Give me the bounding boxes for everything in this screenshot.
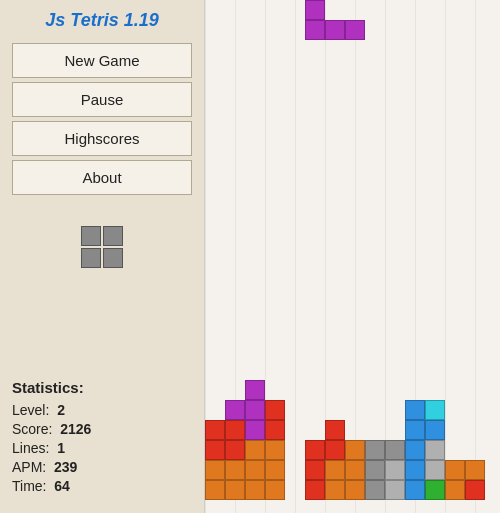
tetris-block xyxy=(445,480,465,500)
tetris-block xyxy=(225,420,245,440)
tetris-block xyxy=(305,460,325,480)
tetris-block xyxy=(425,480,445,500)
tetris-block xyxy=(405,420,425,440)
tetris-block xyxy=(225,480,245,500)
tetris-block xyxy=(425,420,445,440)
apm-value: 239 xyxy=(54,459,77,475)
next-piece-preview xyxy=(72,217,132,277)
tetris-block xyxy=(245,460,265,480)
tetris-block xyxy=(205,460,225,480)
time-row: Time: 64 xyxy=(12,478,192,494)
highscores-button[interactable]: Highscores xyxy=(12,121,192,156)
np-cell-3 xyxy=(81,248,101,268)
lines-label: Lines: xyxy=(12,440,49,456)
tetris-block xyxy=(465,460,485,480)
next-piece-grid xyxy=(81,226,123,268)
level-row: Level: 2 xyxy=(12,402,192,418)
tetris-block xyxy=(225,440,245,460)
score-value: 2126 xyxy=(60,421,91,437)
tetris-block xyxy=(265,440,285,460)
tetris-block xyxy=(365,480,385,500)
tetris-block xyxy=(245,440,265,460)
tetris-block xyxy=(245,480,265,500)
tetris-block xyxy=(205,420,225,440)
tetris-block xyxy=(325,460,345,480)
tetris-block xyxy=(245,400,265,420)
board-canvas xyxy=(205,0,500,513)
tetris-block xyxy=(325,440,345,460)
tetris-block xyxy=(325,20,345,40)
tetris-block xyxy=(305,440,325,460)
tetris-block xyxy=(265,460,285,480)
tetris-block xyxy=(325,420,345,440)
tetris-block xyxy=(385,440,405,460)
stats-title: Statistics: xyxy=(12,379,192,396)
tetris-block xyxy=(465,480,485,500)
np-cell-4 xyxy=(103,248,123,268)
app-title: Js Tetris 1.19 xyxy=(12,10,192,31)
score-label: Score: xyxy=(12,421,52,437)
tetris-block xyxy=(345,20,365,40)
tetris-block xyxy=(425,400,445,420)
stats-section: Statistics: Level: 2 Score: 2126 Lines: … xyxy=(12,379,192,503)
level-label: Level: xyxy=(12,402,49,418)
pause-button[interactable]: Pause xyxy=(12,82,192,117)
tetris-block xyxy=(405,460,425,480)
tetris-block xyxy=(305,20,325,40)
tetris-block xyxy=(365,440,385,460)
tetris-block xyxy=(265,400,285,420)
tetris-block xyxy=(365,460,385,480)
tetris-block xyxy=(385,460,405,480)
tetris-block xyxy=(345,480,365,500)
tetris-block xyxy=(225,460,245,480)
tetris-block xyxy=(345,440,365,460)
tetris-block xyxy=(225,400,245,420)
tetris-block xyxy=(265,480,285,500)
score-row: Score: 2126 xyxy=(12,421,192,437)
tetris-block xyxy=(265,420,285,440)
tetris-block xyxy=(445,460,465,480)
tetris-block xyxy=(385,480,405,500)
sidebar: Js Tetris 1.19 New Game Pause Highscores… xyxy=(0,0,205,513)
tetris-block xyxy=(405,400,425,420)
lines-value: 1 xyxy=(57,440,65,456)
tetris-block xyxy=(405,440,425,460)
time-value: 64 xyxy=(54,478,70,494)
tetris-block xyxy=(205,480,225,500)
tetris-block xyxy=(325,480,345,500)
tetris-block xyxy=(305,0,325,20)
about-button[interactable]: About xyxy=(12,160,192,195)
tetris-block xyxy=(425,440,445,460)
time-label: Time: xyxy=(12,478,46,494)
tetris-block xyxy=(345,460,365,480)
tetris-block xyxy=(245,420,265,440)
level-value: 2 xyxy=(57,402,65,418)
tetris-block xyxy=(245,380,265,400)
lines-row: Lines: 1 xyxy=(12,440,192,456)
tetris-block xyxy=(425,460,445,480)
game-board xyxy=(205,0,500,513)
apm-label: APM: xyxy=(12,459,46,475)
np-cell-2 xyxy=(103,226,123,246)
tetris-block xyxy=(205,440,225,460)
apm-row: APM: 239 xyxy=(12,459,192,475)
np-cell-1 xyxy=(81,226,101,246)
tetris-block xyxy=(305,480,325,500)
new-game-button[interactable]: New Game xyxy=(12,43,192,78)
tetris-block xyxy=(405,480,425,500)
